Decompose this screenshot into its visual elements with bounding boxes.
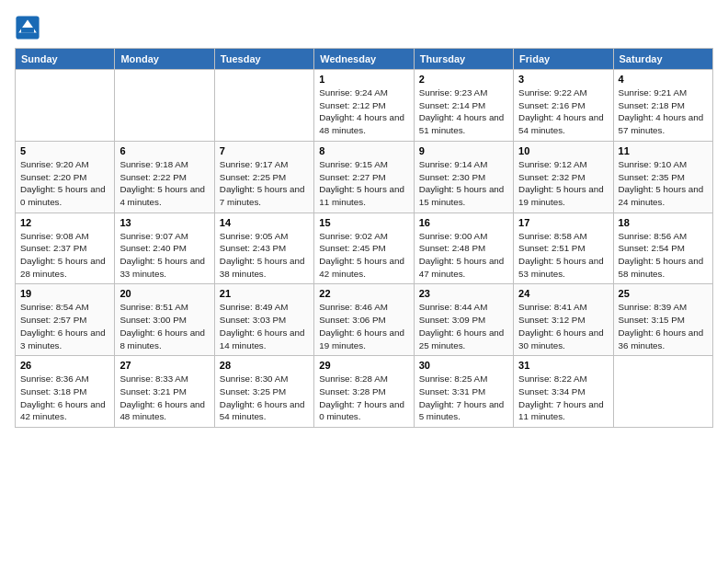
day-number: 17 bbox=[518, 217, 608, 228]
cell-sun-info: Sunrise: 8:39 AM Sunset: 3:15 PM Dayligh… bbox=[619, 301, 708, 351]
cell-sun-info: Sunrise: 9:15 AM Sunset: 2:27 PM Dayligh… bbox=[319, 158, 408, 209]
cell-sun-info: Sunrise: 9:00 AM Sunset: 2:48 PM Dayligh… bbox=[419, 230, 508, 281]
cell-sun-info: Sunrise: 8:44 AM Sunset: 3:09 PM Dayligh… bbox=[419, 301, 508, 351]
day-number: 8 bbox=[319, 145, 408, 156]
calendar-cell: 31Sunrise: 8:22 AM Sunset: 3:34 PM Dayli… bbox=[514, 356, 613, 428]
day-number: 9 bbox=[419, 145, 508, 156]
calendar-cell: 18Sunrise: 8:56 AM Sunset: 2:54 PM Dayli… bbox=[613, 213, 712, 284]
calendar-cell: 24Sunrise: 8:41 AM Sunset: 3:12 PM Dayli… bbox=[514, 284, 613, 356]
page-header bbox=[15, 15, 713, 40]
col-header-wednesday: Wednesday bbox=[314, 49, 414, 70]
cell-sun-info: Sunrise: 9:17 AM Sunset: 2:25 PM Dayligh… bbox=[220, 158, 309, 209]
day-number: 13 bbox=[119, 217, 209, 228]
calendar-row-1: 5Sunrise: 9:20 AM Sunset: 2:20 PM Daylig… bbox=[16, 141, 713, 213]
cell-sun-info: Sunrise: 8:25 AM Sunset: 3:31 PM Dayligh… bbox=[419, 373, 508, 423]
calendar-cell: 9Sunrise: 9:14 AM Sunset: 2:30 PM Daylig… bbox=[414, 141, 513, 213]
cell-sun-info: Sunrise: 9:07 AM Sunset: 2:40 PM Dayligh… bbox=[119, 230, 209, 281]
day-number: 16 bbox=[419, 217, 508, 228]
cell-sun-info: Sunrise: 8:51 AM Sunset: 3:00 PM Dayligh… bbox=[119, 301, 209, 351]
cell-sun-info: Sunrise: 8:36 AM Sunset: 3:18 PM Dayligh… bbox=[20, 373, 109, 423]
calendar-cell: 20Sunrise: 8:51 AM Sunset: 3:00 PM Dayli… bbox=[115, 284, 214, 356]
calendar-cell: 6Sunrise: 9:18 AM Sunset: 2:22 PM Daylig… bbox=[115, 141, 214, 213]
calendar-cell: 1Sunrise: 9:24 AM Sunset: 2:12 PM Daylig… bbox=[314, 70, 414, 142]
calendar-cell: 23Sunrise: 8:44 AM Sunset: 3:09 PM Dayli… bbox=[414, 284, 513, 356]
calendar-cell: 16Sunrise: 9:00 AM Sunset: 2:48 PM Dayli… bbox=[414, 213, 513, 284]
day-number: 31 bbox=[518, 360, 608, 371]
cell-sun-info: Sunrise: 8:49 AM Sunset: 3:03 PM Dayligh… bbox=[220, 301, 309, 351]
cell-sun-info: Sunrise: 8:28 AM Sunset: 3:28 PM Dayligh… bbox=[319, 373, 408, 423]
cell-sun-info: Sunrise: 9:14 AM Sunset: 2:30 PM Dayligh… bbox=[419, 158, 508, 209]
calendar-cell: 25Sunrise: 8:39 AM Sunset: 3:15 PM Dayli… bbox=[613, 284, 712, 356]
day-number: 24 bbox=[518, 288, 608, 299]
cell-sun-info: Sunrise: 8:41 AM Sunset: 3:12 PM Dayligh… bbox=[518, 301, 608, 351]
calendar-body: 1Sunrise: 9:24 AM Sunset: 2:12 PM Daylig… bbox=[16, 70, 713, 428]
calendar-cell: 10Sunrise: 9:12 AM Sunset: 2:32 PM Dayli… bbox=[514, 141, 613, 213]
col-header-saturday: Saturday bbox=[613, 49, 712, 70]
svg-rect-2 bbox=[21, 28, 34, 33]
calendar-cell: 7Sunrise: 9:17 AM Sunset: 2:25 PM Daylig… bbox=[214, 141, 313, 213]
day-number: 2 bbox=[419, 74, 508, 85]
cell-sun-info: Sunrise: 9:12 AM Sunset: 2:32 PM Dayligh… bbox=[518, 158, 608, 209]
day-number: 22 bbox=[319, 288, 408, 299]
day-number: 29 bbox=[319, 360, 408, 371]
cell-sun-info: Sunrise: 9:18 AM Sunset: 2:22 PM Dayligh… bbox=[119, 158, 209, 209]
calendar-cell: 27Sunrise: 8:33 AM Sunset: 3:21 PM Dayli… bbox=[115, 356, 214, 428]
calendar-cell: 13Sunrise: 9:07 AM Sunset: 2:40 PM Dayli… bbox=[115, 213, 214, 284]
calendar-cell bbox=[115, 70, 214, 142]
day-number: 12 bbox=[20, 217, 109, 228]
calendar-cell bbox=[214, 70, 313, 142]
calendar-cell: 14Sunrise: 9:05 AM Sunset: 2:43 PM Dayli… bbox=[214, 213, 313, 284]
day-number: 14 bbox=[220, 217, 309, 228]
calendar-cell: 29Sunrise: 8:28 AM Sunset: 3:28 PM Dayli… bbox=[314, 356, 414, 428]
cell-sun-info: Sunrise: 8:46 AM Sunset: 3:06 PM Dayligh… bbox=[319, 301, 408, 351]
cell-sun-info: Sunrise: 9:10 AM Sunset: 2:35 PM Dayligh… bbox=[619, 158, 708, 209]
calendar-cell: 8Sunrise: 9:15 AM Sunset: 2:27 PM Daylig… bbox=[314, 141, 414, 213]
day-number: 28 bbox=[220, 360, 309, 371]
day-number: 10 bbox=[518, 145, 608, 156]
col-header-tuesday: Tuesday bbox=[214, 49, 313, 70]
calendar-cell: 15Sunrise: 9:02 AM Sunset: 2:45 PM Dayli… bbox=[314, 213, 414, 284]
calendar-row-2: 12Sunrise: 9:08 AM Sunset: 2:37 PM Dayli… bbox=[16, 213, 713, 284]
calendar-row-4: 26Sunrise: 8:36 AM Sunset: 3:18 PM Dayli… bbox=[16, 356, 713, 428]
col-header-friday: Friday bbox=[514, 49, 613, 70]
calendar-cell: 11Sunrise: 9:10 AM Sunset: 2:35 PM Dayli… bbox=[613, 141, 712, 213]
calendar-cell: 21Sunrise: 8:49 AM Sunset: 3:03 PM Dayli… bbox=[214, 284, 313, 356]
cell-sun-info: Sunrise: 9:24 AM Sunset: 2:12 PM Dayligh… bbox=[319, 86, 408, 137]
day-number: 18 bbox=[619, 217, 708, 228]
calendar-cell: 17Sunrise: 8:58 AM Sunset: 2:51 PM Dayli… bbox=[514, 213, 613, 284]
cell-sun-info: Sunrise: 8:58 AM Sunset: 2:51 PM Dayligh… bbox=[518, 230, 608, 281]
calendar-cell: 26Sunrise: 8:36 AM Sunset: 3:18 PM Dayli… bbox=[16, 356, 115, 428]
day-number: 4 bbox=[619, 74, 708, 85]
cell-sun-info: Sunrise: 9:21 AM Sunset: 2:18 PM Dayligh… bbox=[619, 86, 708, 137]
calendar-cell: 12Sunrise: 9:08 AM Sunset: 2:37 PM Dayli… bbox=[16, 213, 115, 284]
cell-sun-info: Sunrise: 8:22 AM Sunset: 3:34 PM Dayligh… bbox=[518, 373, 608, 423]
logo bbox=[15, 15, 44, 40]
day-number: 27 bbox=[119, 360, 209, 371]
calendar-cell: 22Sunrise: 8:46 AM Sunset: 3:06 PM Dayli… bbox=[314, 284, 414, 356]
cell-sun-info: Sunrise: 9:08 AM Sunset: 2:37 PM Dayligh… bbox=[20, 230, 109, 281]
cell-sun-info: Sunrise: 9:05 AM Sunset: 2:43 PM Dayligh… bbox=[220, 230, 309, 281]
calendar-cell: 4Sunrise: 9:21 AM Sunset: 2:18 PM Daylig… bbox=[613, 70, 712, 142]
day-number: 19 bbox=[20, 288, 109, 299]
day-number: 7 bbox=[220, 145, 309, 156]
day-number: 11 bbox=[619, 145, 708, 156]
calendar-cell bbox=[16, 70, 115, 142]
calendar-cell: 30Sunrise: 8:25 AM Sunset: 3:31 PM Dayli… bbox=[414, 356, 513, 428]
cell-sun-info: Sunrise: 9:23 AM Sunset: 2:14 PM Dayligh… bbox=[419, 86, 508, 137]
header-row: SundayMondayTuesdayWednesdayThursdayFrid… bbox=[16, 49, 713, 70]
cell-sun-info: Sunrise: 8:56 AM Sunset: 2:54 PM Dayligh… bbox=[619, 230, 708, 281]
col-header-monday: Monday bbox=[115, 49, 214, 70]
calendar-cell: 5Sunrise: 9:20 AM Sunset: 2:20 PM Daylig… bbox=[16, 141, 115, 213]
day-number: 20 bbox=[119, 288, 209, 299]
day-number: 3 bbox=[518, 74, 608, 85]
cell-sun-info: Sunrise: 9:02 AM Sunset: 2:45 PM Dayligh… bbox=[319, 230, 408, 281]
cell-sun-info: Sunrise: 8:30 AM Sunset: 3:25 PM Dayligh… bbox=[220, 373, 309, 423]
cell-sun-info: Sunrise: 8:33 AM Sunset: 3:21 PM Dayligh… bbox=[119, 373, 209, 423]
day-number: 5 bbox=[20, 145, 109, 156]
day-number: 30 bbox=[419, 360, 508, 371]
day-number: 21 bbox=[220, 288, 309, 299]
day-number: 23 bbox=[419, 288, 508, 299]
cell-sun-info: Sunrise: 8:54 AM Sunset: 2:57 PM Dayligh… bbox=[20, 301, 109, 351]
day-number: 6 bbox=[119, 145, 209, 156]
calendar-row-0: 1Sunrise: 9:24 AM Sunset: 2:12 PM Daylig… bbox=[16, 70, 713, 142]
